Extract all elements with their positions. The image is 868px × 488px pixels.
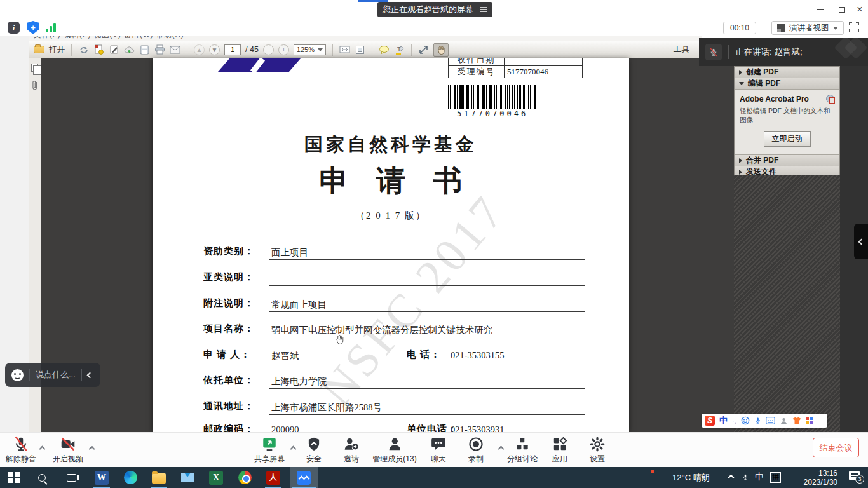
share-options-chevron[interactable]	[291, 444, 295, 453]
create-pdf-icon[interactable]	[93, 44, 104, 55]
taskbar-search-icon[interactable]	[28, 467, 56, 488]
ime-voice-icon[interactable]	[754, 416, 761, 425]
end-meeting-button[interactable]: 结束会议	[813, 438, 859, 458]
audio-options-chevron[interactable]	[40, 444, 44, 453]
zoom-out-icon[interactable]: −	[263, 44, 274, 55]
field-row: 依托单位： 上海电力学院	[153, 373, 629, 390]
fit-page-icon[interactable]	[355, 44, 365, 55]
page-thumbnails-icon[interactable]	[31, 64, 38, 72]
ime-toolbox-icon[interactable]	[806, 417, 813, 424]
breakout-rooms-label: 分组讨论	[507, 454, 538, 464]
unmute-button[interactable]: 解除静音	[6, 436, 36, 464]
meeting-info-icon[interactable]: i	[8, 22, 20, 34]
zoom-in-icon[interactable]: +	[278, 44, 289, 55]
manage-members-label: 管理成员(13)	[372, 454, 416, 464]
print-icon[interactable]	[154, 44, 165, 55]
field-label: 通讯地址：	[203, 400, 254, 412]
ime-emoji-icon[interactable]	[741, 416, 750, 425]
chat-button[interactable]: 聊天	[430, 436, 447, 464]
acrobat-pro-icon	[826, 95, 834, 103]
panel-combine-pdf[interactable]: 合并 PDF	[735, 155, 839, 166]
window-maximize-button[interactable]	[832, 3, 851, 17]
cloud-upload-icon[interactable]	[124, 44, 135, 55]
meeting-logo-watermark	[844, 39, 864, 56]
taskbar-mail-icon[interactable]	[173, 467, 201, 488]
comment-bubble-icon[interactable]	[379, 44, 390, 55]
field-label: 申 请 人：	[203, 349, 250, 361]
acrobat-menu-items: 文件(F) 编辑(E) 视图(V) 窗口(W) 帮助(H)	[34, 36, 702, 40]
tray-mic-icon[interactable]	[742, 473, 749, 482]
ime-language-indicator[interactable]: 中	[755, 471, 764, 483]
ime-chinese-mode[interactable]: 中	[719, 415, 728, 426]
taskbar-excel-icon[interactable]: X	[202, 467, 230, 488]
notification-center-icon[interactable]: 3	[849, 471, 860, 480]
field-label: 电 话：	[407, 349, 440, 361]
ime-keyboard-icon[interactable]	[766, 417, 775, 424]
share-file-icon[interactable]	[78, 44, 89, 55]
open-folder-icon[interactable]	[34, 46, 44, 53]
resize-arrows-icon[interactable]	[418, 44, 429, 55]
document-edition: （2 0 1 7 版）	[153, 210, 629, 222]
taskbar-meeting-icon[interactable]	[290, 467, 318, 488]
apps-button[interactable]: 应用	[552, 436, 568, 464]
edit-pencil-icon[interactable]	[109, 44, 119, 55]
emoji-icon[interactable]	[11, 369, 24, 381]
fit-width-icon[interactable]	[339, 44, 350, 55]
speaker-view-button[interactable]: 演讲者视图	[771, 21, 844, 35]
panel-empty-hatch	[734, 175, 840, 432]
field-value: 021-35303931	[448, 422, 583, 432]
record-options-chevron[interactable]	[499, 444, 503, 453]
page-number-input[interactable]	[224, 44, 241, 55]
weather-text[interactable]: 12°C 晴朗	[672, 472, 710, 484]
launch-now-button[interactable]: 立即启动	[764, 131, 811, 147]
next-page-icon[interactable]: ▼	[209, 44, 220, 55]
window-close-button[interactable]: ×	[850, 3, 868, 17]
taskbar-explorer-icon[interactable]	[145, 467, 173, 488]
panel-create-pdf[interactable]: 创建 PDF	[735, 67, 839, 78]
ime-skin-icon[interactable]	[792, 417, 801, 424]
record-label: 录制	[468, 454, 484, 464]
attachments-icon[interactable]	[32, 79, 38, 91]
ime-account-icon[interactable]	[780, 417, 788, 425]
chat-placeholder[interactable]: 说点什么...	[36, 369, 76, 381]
speaking-status-bar: 正在讲话: 赵晋斌;	[699, 38, 868, 66]
previous-page-icon[interactable]: ▲	[194, 44, 205, 55]
acrobat-tools-tab[interactable]: 工具	[661, 41, 702, 58]
sidebar-collapse-tab[interactable]	[854, 224, 868, 259]
panel-edit-pdf[interactable]: 编辑 PDF	[735, 78, 839, 90]
banner-menu-icon[interactable]	[480, 7, 487, 13]
fullscreen-icon[interactable]	[849, 22, 859, 32]
sogou-logo[interactable]: S	[705, 416, 715, 426]
highlight-text-icon[interactable]: T	[394, 44, 405, 55]
taskbar-word-icon[interactable]: W	[88, 467, 116, 488]
save-disk-icon[interactable]	[139, 44, 150, 55]
start-video-button[interactable]: 开启视频	[53, 436, 83, 464]
taskbar-chrome-icon[interactable]	[231, 467, 259, 488]
collapse-chat-icon[interactable]	[86, 372, 93, 378]
manage-members-button[interactable]: 管理成员(13)	[372, 436, 416, 464]
acrobat-pro-description: 轻松编辑 PDF 文档中的文本和图像	[740, 107, 834, 125]
window-minimize-button[interactable]	[811, 3, 830, 17]
taskbar-clock[interactable]: 13:16 2023/1/30	[787, 469, 837, 487]
start-button[interactable]	[0, 467, 28, 488]
task-view-icon[interactable]	[57, 467, 85, 488]
taskbar-acrobat-icon[interactable]: 人	[259, 467, 287, 488]
video-options-chevron[interactable]	[90, 444, 94, 453]
security-button[interactable]: 安全	[306, 436, 322, 464]
email-icon[interactable]	[170, 44, 180, 55]
ime-punctuation-icon[interactable]: ·,	[732, 417, 736, 424]
record-button[interactable]: 录制	[468, 436, 484, 464]
open-button[interactable]: 打开	[49, 44, 65, 55]
chat-quick-input[interactable]: 说点什么...	[5, 363, 100, 387]
watching-banner-text: 您正在观看赵晋斌的屏幕	[383, 4, 473, 15]
zoom-level-select[interactable]: 125%	[294, 44, 326, 55]
breakout-rooms-button[interactable]: 分组讨论	[507, 436, 538, 464]
hand-tool-button[interactable]	[433, 43, 449, 57]
share-screen-button[interactable]: 共享屏幕	[254, 436, 285, 464]
nsfc-logo	[218, 58, 301, 72]
invite-button[interactable]: 邀请	[343, 436, 360, 464]
taskbar-edge-icon[interactable]	[116, 467, 144, 488]
settings-button[interactable]: 设置	[589, 436, 606, 464]
ime-mode-indicator[interactable]: 拼	[770, 472, 781, 483]
sogou-ime-bar: S 中 ·,	[702, 414, 827, 428]
